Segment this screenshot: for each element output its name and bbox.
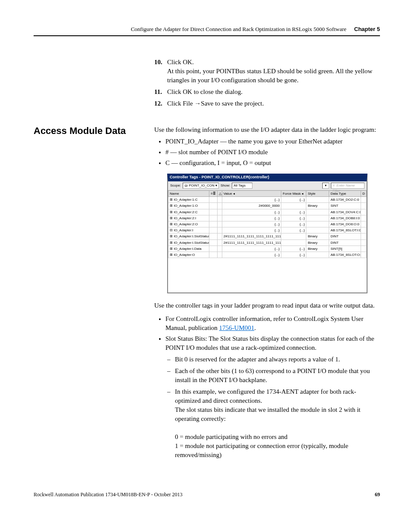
table-row[interactable]: ⊞ IO_Adapter:2:C{...}{...}AB:1734_DOV4:C… (168, 209, 367, 215)
table-row[interactable]: ⊞ IO_Adapter:1:O2#0000_0000BinarySINT (168, 203, 367, 209)
col-d[interactable]: D (361, 191, 367, 197)
step-10: 10. Click OK. At this point, your POINTB… (154, 58, 380, 85)
show-field[interactable]: All Tags (232, 183, 252, 189)
show-dropdown-arrow[interactable]: ▾ (322, 183, 329, 189)
table-row[interactable]: ⊞ IO_Adapter:I.Data{...}{...}BinarySINT[… (168, 246, 367, 252)
col-name[interactable]: Name (168, 191, 209, 197)
chapter-label: Chapter 5 (354, 26, 380, 32)
publication-info: Rockwell Automation Publication 1734-UM0… (34, 492, 183, 498)
table-row[interactable]: ⊞ IO_Adapter:I.SlotStatusBi...2#1111_111… (168, 240, 367, 246)
page-number: 69 (375, 492, 380, 498)
col-force[interactable]: Force Mask ◂ (281, 191, 306, 197)
show-label: Show: (221, 183, 230, 188)
page-footer: Rockwell Automation Publication 1734-UM0… (34, 492, 380, 498)
col-style[interactable]: Style (306, 191, 329, 197)
bullet-controllogix: For ControlLogix controller information,… (165, 314, 380, 333)
step-11: 11. Click OK to close the dialog. (154, 87, 380, 96)
section-intro: Use the following information to use the… (154, 125, 380, 134)
name-filter-input[interactable]: Y. Enter Name Filter (331, 183, 364, 189)
section-heading: Access Module Data (34, 125, 154, 466)
table-row[interactable]: ⊞ IO_Adapter:I.SlotStatusBi...2#1111_111… (168, 233, 367, 240)
bullet-slot-status: Slot Status Bits: The Slot Status bits d… (165, 334, 380, 460)
scope-dropdown[interactable]: 🗂 POINT_IO_CON ▾ (183, 183, 219, 189)
window-title: Controller Tags - POINT_IO_CONTROLLER(co… (170, 174, 269, 180)
controller-tags-screenshot: Controller Tags - POINT_IO_CONTROLLER(co… (167, 174, 367, 293)
table-row[interactable]: ⊞ IO_Adapter:2:I{...}{...}AB:1734_DOB8:I… (168, 215, 367, 221)
scope-label: Scope: (170, 183, 181, 188)
step-12: 12. Click File →Save to save the project… (154, 99, 380, 108)
table-row[interactable]: ⊞ IO_Adapter:O{...}{...}AB:1734_8SLOT:O:… (168, 252, 367, 258)
table-row[interactable]: ⊟ IO_Adapter:I{...}{...}AB:1734_8SLOT:I:… (168, 227, 367, 233)
table-empty-area (168, 258, 367, 292)
detail-bullets: For ControlLogix controller information,… (154, 314, 380, 460)
col-value[interactable]: Value ◂ (222, 191, 281, 197)
col-tri[interactable]: △ (218, 191, 222, 197)
col-sort[interactable]: ≡≣ (209, 191, 218, 197)
tags-table: Name ≡≣ △ Value ◂ Force Mask ◂ Style Dat… (168, 190, 367, 258)
intro-bullets: POINT_IO_Adapter — the name you gave to … (154, 137, 380, 168)
after-screenshot-text: Use the controller tags in your ladder p… (154, 301, 380, 310)
screenshot-toolbar: Scope: 🗂 POINT_IO_CON ▾ Show: All Tags ▾… (168, 181, 367, 190)
publication-link[interactable]: 1756-UM001 (219, 324, 255, 331)
header-title: Configure the Adapter for Direct Connect… (131, 26, 346, 33)
table-row[interactable]: ⊞ IO_Adapter:1:C{...}{...}AB:1734_DO2:C:… (168, 197, 367, 203)
table-row[interactable]: ⊞ IO_Adapter:2:O{...}{...}AB:1734_DO8:O:… (168, 221, 367, 227)
table-header-row: Name ≡≣ △ Value ◂ Force Mask ◂ Style Dat… (168, 191, 367, 197)
col-type[interactable]: Data Type (329, 191, 361, 197)
page-header: Configure the Adapter for Direct Connect… (34, 26, 380, 36)
step-list: 10. Click OK. At this point, your POINTB… (154, 58, 380, 108)
